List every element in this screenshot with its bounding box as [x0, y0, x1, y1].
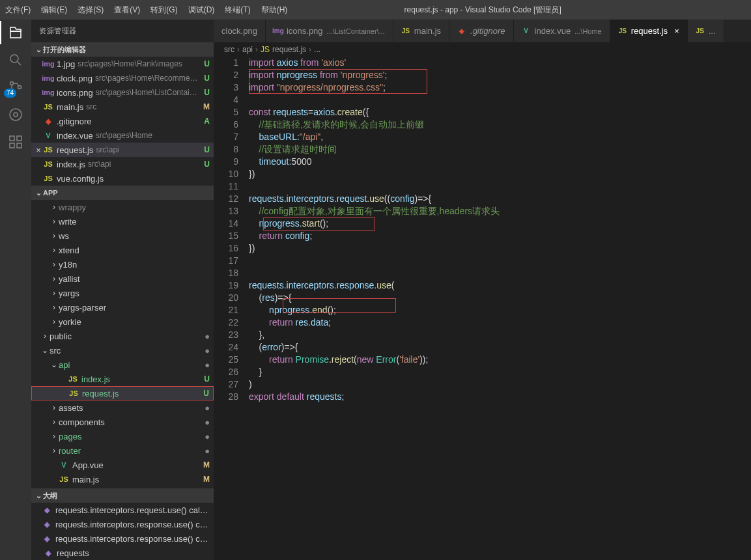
tree-label: yorkie: [59, 317, 81, 327]
git-status: U: [200, 74, 210, 83]
tree-item[interactable]: ›yargs: [31, 286, 214, 300]
menu-item[interactable]: 转到(G): [145, 0, 182, 20]
file-label: main.js: [57, 102, 83, 112]
chevron-right-icon: ›: [237, 45, 240, 54]
app-header[interactable]: ⌄APP: [31, 186, 214, 200]
open-editor-item[interactable]: Vindex.vuesrc\pages\Home: [31, 128, 214, 143]
tree-item[interactable]: ›yargs-parser: [31, 300, 214, 315]
open-editor-item[interactable]: imgclock.pngsrc\pages\Home\Recommen...U: [31, 71, 214, 85]
outline-header[interactable]: ⌄大纲: [31, 488, 214, 503]
open-editors-list: img1.jpgsrc\pages\Home\Rank\imagesUimgcl…: [31, 57, 214, 186]
menu-item[interactable]: 查看(V): [109, 0, 145, 20]
crumb-item[interactable]: ...: [314, 45, 320, 54]
tree-item[interactable]: ›y18n: [31, 257, 214, 272]
tree-label: main.js: [72, 475, 99, 484]
tree-item[interactable]: ›yallist: [31, 272, 214, 286]
tree-item[interactable]: ›assets●: [31, 400, 214, 415]
file-icon: JS: [618, 27, 627, 36]
tree-label: y18n: [59, 260, 77, 270]
open-editor-item[interactable]: imgicons.pngsrc\pages\Home\ListContain..…: [31, 85, 214, 100]
outline-item[interactable]: ◈requests.interceptors.response.use() ca…: [31, 517, 214, 531]
editor-tab[interactable]: imgicons.png...\ListContainer\...: [266, 20, 393, 42]
editor-tab[interactable]: clock.png: [214, 20, 266, 42]
git-status: U: [199, 389, 209, 398]
editor-tab[interactable]: JS...: [688, 20, 724, 42]
search-icon[interactable]: [8, 52, 23, 68]
crumb-item[interactable]: request.js: [272, 45, 306, 54]
tree-item[interactable]: ›wrappy: [31, 200, 214, 214]
file-path: src\api: [96, 145, 200, 154]
git-status: M: [199, 475, 210, 484]
tree-label: wrappy: [59, 203, 86, 212]
close-icon[interactable]: ×: [674, 26, 679, 36]
editor-tab[interactable]: Vindex.vue...\Home: [514, 20, 610, 42]
chevron-icon: ›: [50, 203, 59, 212]
tree-label: api: [59, 360, 70, 370]
title-bar: 文件(F)编辑(E)选择(S)查看(V)转到(G)调试(D)终端(T)帮助(H)…: [0, 0, 751, 20]
tree-item[interactable]: ›public●: [31, 329, 214, 343]
menu-item[interactable]: 文件(F): [0, 0, 36, 20]
tab-label: request.js: [631, 26, 668, 36]
tree-item[interactable]: JSindex.jsU: [31, 372, 214, 386]
file-icon: img: [274, 27, 283, 36]
window-title: request.js - app - Visual Studio Code [管…: [292, 5, 673, 16]
file-tree: ›wrappy›write›ws›xtend›y18n›yallist›yarg…: [31, 200, 214, 488]
menu-item[interactable]: 选择(S): [72, 0, 109, 20]
editor-tab[interactable]: ◈.gitignore: [449, 20, 513, 42]
open-editor-item[interactable]: JSindex.jssrc\apiU: [31, 157, 214, 171]
tree-label: write: [59, 217, 76, 227]
symbol-icon: ◈: [42, 533, 52, 544]
open-editor-item[interactable]: ◈.gitignoreA: [31, 114, 214, 128]
code-lines[interactable]: import axios from 'axios'import nprogres…: [249, 57, 751, 560]
menu-item[interactable]: 终端(T): [220, 0, 255, 20]
chevron-icon: ›: [50, 260, 59, 269]
modified-dot: ●: [201, 346, 210, 356]
tree-item[interactable]: VApp.vueM: [31, 458, 214, 472]
tree-item[interactable]: ⌄src●: [31, 343, 214, 357]
tree-label: public: [50, 331, 72, 341]
symbol-icon: ◈: [43, 548, 53, 558]
tree-item[interactable]: ›xtend: [31, 243, 214, 257]
tree-item[interactable]: ›yorkie: [31, 315, 214, 329]
git-status: M: [199, 102, 210, 111]
menu-item[interactable]: 帮助(H): [256, 0, 293, 20]
open-editor-item[interactable]: img1.jpgsrc\pages\Home\Rank\imagesU: [31, 57, 214, 71]
file-icon: JS: [68, 388, 79, 399]
debug-icon[interactable]: [8, 107, 23, 122]
tree-item[interactable]: ›components●: [31, 415, 214, 429]
close-icon[interactable]: ×: [34, 145, 43, 155]
editor-tab[interactable]: JSrequest.js×: [610, 20, 688, 42]
source-control-icon[interactable]: 74: [8, 79, 23, 95]
tree-item[interactable]: ›write: [31, 214, 214, 229]
open-editor-item[interactable]: JSmain.jssrcM: [31, 100, 214, 114]
menu-item[interactable]: 编辑(E): [36, 0, 72, 20]
editor-tabs: clock.pngimgicons.png...\ListContainer\.…: [214, 20, 751, 42]
svg-point-1: [10, 82, 14, 85]
file-label: index.js: [57, 160, 85, 169]
file-icon: ◈: [43, 116, 53, 126]
breadcrumb[interactable]: src›api›JSrequest.js›...: [214, 42, 751, 57]
outline-item[interactable]: ◈requests.interceptors.response.use() ca…: [31, 531, 214, 546]
menu-item[interactable]: 调试(D): [183, 0, 220, 20]
extensions-icon[interactable]: [8, 134, 23, 150]
open-editor-item[interactable]: JSvue.config.js: [31, 171, 214, 186]
explorer-icon[interactable]: [8, 25, 23, 40]
outline-item[interactable]: ◈requests.interceptors.request.use() cal…: [31, 503, 214, 517]
tree-item[interactable]: ⌄api●: [31, 357, 214, 372]
open-editor-item[interactable]: ×JSrequest.jssrc\apiU: [31, 143, 214, 157]
tree-item[interactable]: ›pages●: [31, 429, 214, 443]
tree-item[interactable]: ›router●: [31, 443, 214, 458]
editor-tab[interactable]: JSmain.js: [393, 20, 449, 42]
crumb-item[interactable]: api: [242, 45, 253, 54]
tree-item[interactable]: ›ws: [31, 229, 214, 243]
tree-item[interactable]: JSmain.jsM: [31, 472, 214, 486]
crumb-item[interactable]: src: [224, 45, 234, 54]
chevron-icon: ›: [50, 217, 59, 226]
tree-label: yargs-parser: [59, 303, 106, 313]
chevron-icon: ›: [50, 288, 59, 298]
open-editors-header[interactable]: ⌄打开的编辑器: [31, 42, 214, 57]
outline-item[interactable]: ◈requests: [31, 546, 214, 560]
code-editor[interactable]: 1234567891011121314151617181920212223242…: [214, 57, 751, 560]
editor-group: clock.pngimgicons.png...\ListContainer\.…: [214, 20, 751, 560]
tree-item[interactable]: JSrequest.jsU: [31, 386, 214, 400]
